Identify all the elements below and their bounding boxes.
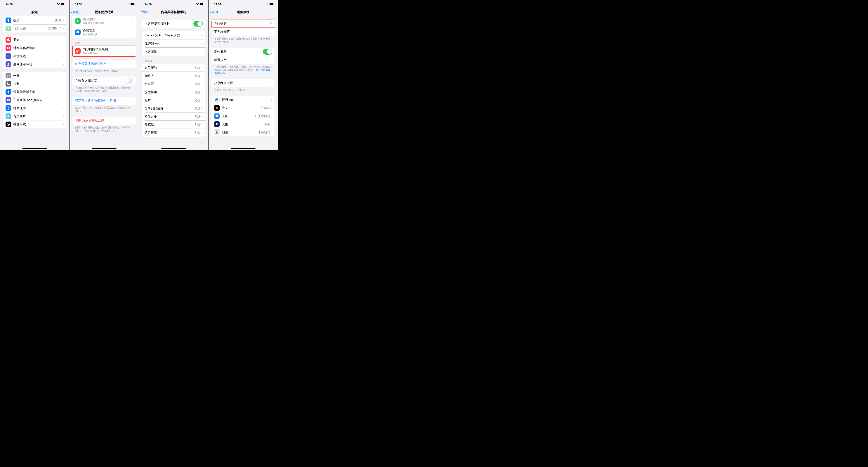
- weather-row[interactable]: 天氣 ➤使用期間 ›: [212, 112, 275, 120]
- back-button[interactable]: ‹設定: [71, 10, 79, 14]
- location-services-row[interactable]: 定位服務: [212, 48, 275, 56]
- svg-rect-37: [270, 3, 273, 5]
- flower-icon: [5, 113, 11, 119]
- screentime-label: 螢幕使用時間: [13, 62, 63, 66]
- home-indicator[interactable]: [22, 148, 47, 149]
- content-privacy-list[interactable]: 內容與隱私權限制 iTunes 與 App Store 購買› 允許的 App›…: [139, 16, 208, 150]
- content-privacy-row[interactable]: 內容與隱私權限制 阻擋不當內容 ›: [72, 46, 136, 56]
- share-footer: 你可以在所有已登入 iCloud 的裝置上啟用此功能來同步你的「螢幕使用時間」設…: [69, 85, 139, 93]
- display-row[interactable]: 螢幕顯示與亮度 ›: [3, 88, 66, 96]
- chevron-icon: ›: [63, 46, 64, 50]
- page-title: 螢幕使用時間: [95, 10, 114, 14]
- chevron-icon: ›: [63, 114, 64, 118]
- wallpaper-label: 背景圖片: [13, 114, 63, 118]
- share-devices-toggle[interactable]: [124, 78, 133, 84]
- bluetooth-row[interactable]: 藍牙 開啟 ›: [3, 16, 66, 24]
- status-time: 14:56: [145, 3, 152, 6]
- content-restrict-row[interactable]: 內容限制›: [142, 48, 206, 56]
- home-indicator[interactable]: [161, 148, 186, 149]
- family-footer: 設定「家人共享」來在家人裝置上設定「螢幕使用時間」。: [69, 105, 139, 113]
- allowed-apps-row[interactable]: 允許的 App›: [142, 39, 206, 48]
- screentime-list[interactable]: 通訊限制 根據聯絡人設定限制 › ! 通訊安全 敏感內容防護 › 限制: [69, 16, 139, 150]
- svg-rect-17: [8, 100, 9, 101]
- sliders-icon: [5, 81, 11, 87]
- location-row[interactable]: 定位服務允許›: [142, 64, 206, 72]
- location-list[interactable]: 允許變更 ✓ 不允許變更 不允許變更將鎖定下方顯示的設定，新的 App 將無法使…: [209, 16, 278, 150]
- home-indicator[interactable]: [231, 148, 255, 149]
- chevron-icon: ›: [202, 50, 203, 54]
- location-alerts-row[interactable]: 位置提示 ›: [212, 56, 275, 64]
- comm-limit-row[interactable]: 通訊限制 根據聯絡人設定限制 ›: [72, 16, 136, 27]
- support-row[interactable]: 支援 永不 ›: [212, 120, 275, 128]
- chevron-icon: ›: [63, 90, 64, 94]
- contacts-row[interactable]: 聯絡人允許›: [142, 72, 206, 80]
- chevron-left-icon: ‹: [71, 10, 72, 14]
- status-bar: 14:56 ....: [69, 0, 139, 8]
- bluetooth-label: 藍牙: [13, 18, 55, 23]
- notifications-row[interactable]: 通知 ›: [3, 36, 66, 44]
- speaker-icon: [5, 45, 11, 51]
- hourglass-icon: [5, 61, 11, 67]
- lock-settings-row[interactable]: 鎖定螢幕使用時間設定: [72, 60, 136, 68]
- cellular-row[interactable]: 行動服務 無 SIM 卡 ›: [3, 24, 66, 32]
- bluetooth-icon: [5, 18, 11, 23]
- share-devices-label: 在裝置之間共享: [75, 79, 124, 83]
- settings-list[interactable]: 藍牙 開啟 › 行動服務 無 SIM 卡 › 通知 ›: [0, 16, 69, 150]
- homescreen-row[interactable]: 主畫面與 App 資料庫 ›: [3, 96, 66, 104]
- back-button[interactable]: ‹返回: [141, 10, 148, 14]
- person-icon: [75, 18, 81, 24]
- turnoff-row[interactable]: 關閉 App 與網站活動: [72, 117, 136, 125]
- check-icon: ✓: [269, 21, 272, 26]
- controlcenter-label: 控制中心: [13, 82, 63, 86]
- reminders-row[interactable]: 提醒事項允許›: [142, 88, 206, 96]
- share-my-location-row[interactable]: 分享我的位置 ›: [212, 79, 275, 87]
- svg-rect-1: [61, 3, 64, 5]
- bt-share-row[interactable]: 藍牙分享允許›: [142, 112, 206, 120]
- family-row[interactable]: 設定家人共享的螢幕使用時間: [72, 97, 136, 105]
- chevron-icon: ›: [202, 66, 203, 70]
- chevron-icon: ›: [63, 54, 64, 58]
- wallpaper-row[interactable]: 背景圖片 ›: [3, 112, 66, 120]
- content-privacy-sub: 阻擋不當內容: [83, 52, 132, 55]
- comm-limit-sub: 根據聯絡人設定限制: [83, 22, 132, 25]
- accessibility-label: 輔助使用: [13, 106, 63, 110]
- itunes-row[interactable]: iTunes 與 App Store 購買›: [142, 31, 206, 39]
- sound-row[interactable]: 聲音與觸覺回饋 ›: [3, 44, 66, 52]
- speech-row[interactable]: 語音辨識允許›: [142, 128, 206, 137]
- restrict-header: 限制: [69, 38, 139, 46]
- master-toggle-row[interactable]: 內容與隱私權限制: [142, 20, 206, 28]
- allow-change-row[interactable]: 允許變更 ✓: [212, 20, 275, 28]
- controlcenter-row[interactable]: 控制中心 ›: [3, 80, 66, 88]
- app-clips-icon: [214, 97, 220, 103]
- maps-row[interactable]: 地圖 使用期間 ›: [212, 128, 275, 136]
- general-row[interactable]: 一般 ›: [3, 71, 66, 80]
- disallow-change-row[interactable]: 不允許變更: [212, 28, 275, 36]
- location-toggle[interactable]: [263, 49, 272, 55]
- cellular-detail: 無 SIM 卡: [48, 26, 62, 31]
- bubble-alert-icon: !: [75, 30, 81, 35]
- svg-rect-28: [134, 4, 135, 4]
- master-toggle[interactable]: [193, 21, 203, 27]
- accessibility-icon: [5, 105, 11, 111]
- standby-row[interactable]: 待機模式 ›: [3, 120, 66, 128]
- battery-icon: [61, 3, 66, 5]
- app-clips-row[interactable]: 輕巧 App ›: [212, 96, 275, 104]
- accessibility-row[interactable]: 輔助使用 ›: [3, 104, 66, 112]
- page-title: 設定: [32, 10, 38, 14]
- share-devices-row[interactable]: 在裝置之間共享: [72, 77, 136, 85]
- sound-label: 聲音與觸覺回饋: [13, 46, 63, 50]
- astronomy-row[interactable]: 天文 分享時 ›: [212, 104, 275, 112]
- astronomy-icon: [214, 105, 220, 111]
- mic-row[interactable]: 麥克風允許›: [142, 120, 206, 128]
- share-location-row[interactable]: 分享我的位置允許›: [142, 104, 206, 112]
- chevron-icon: ›: [132, 19, 133, 23]
- comm-safety-row[interactable]: ! 通訊安全 敏感內容防護 ›: [72, 27, 136, 38]
- photos-row[interactable]: 照片允許›: [142, 96, 206, 104]
- back-button[interactable]: ‹返回: [210, 10, 218, 14]
- screentime-row[interactable]: 螢幕使用時間 ›: [3, 60, 66, 68]
- calendar-row[interactable]: 行事曆允許›: [142, 80, 206, 88]
- focus-row[interactable]: 專注模式 ›: [3, 52, 66, 60]
- home-indicator[interactable]: [92, 148, 117, 149]
- chevron-icon: ›: [202, 98, 203, 102]
- svg-point-3: [8, 28, 9, 29]
